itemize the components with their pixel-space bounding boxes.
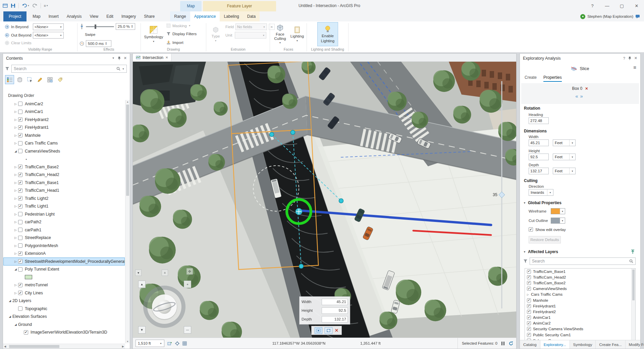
layer-row[interactable]: ▷✓ExtensionA: [3, 250, 125, 258]
delete-box-icon[interactable]: ✕: [585, 86, 588, 91]
global-properties-header[interactable]: ▼Global Properties: [523, 200, 561, 205]
ribbon-tab-imagery[interactable]: Imagery: [117, 11, 140, 21]
pane-menu-icon[interactable]: ▼: [112, 57, 115, 60]
layer-checkbox[interactable]: ✓: [527, 287, 531, 291]
resize-box-mode-button[interactable]: [325, 327, 332, 334]
affected-layer-row[interactable]: ✓Public Security Cam1: [525, 332, 635, 338]
expander-icon[interactable]: ▷: [13, 291, 18, 295]
direction-select[interactable]: Inwards▼: [529, 189, 553, 196]
affected-layer-row[interactable]: ✓FireHydrant1: [525, 303, 635, 309]
expander-icon[interactable]: ▷: [13, 134, 18, 137]
dock-tab-exploratory[interactable]: Exploratory...: [540, 340, 570, 349]
help-button[interactable]: ?: [585, 0, 600, 11]
tool-tab-create[interactable]: Create: [525, 75, 537, 82]
layer-visibility-checkbox[interactable]: ✓: [18, 204, 22, 209]
enable-lighting-button[interactable]: Enable Lighting: [317, 22, 338, 46]
in-beyond-label[interactable]: In Beyond: [11, 25, 31, 29]
look-down-button[interactable]: ▼: [138, 326, 146, 334]
affected-layer-row[interactable]: ✓Security Camera ViewSheds: [525, 326, 635, 332]
scrollbar-thumb[interactable]: [126, 105, 129, 196]
layer-row[interactable]: ▷carPath1: [3, 226, 125, 234]
pause-drawing-button[interactable]: [501, 342, 504, 345]
list-by-drawing-order-button[interactable]: [5, 75, 14, 84]
ribbon-tab-data[interactable]: Data: [243, 11, 260, 21]
scale-select[interactable]: 1,510 ft▼: [136, 340, 164, 347]
restore-defaults-button[interactable]: Restore Defaults: [529, 236, 561, 243]
height-input[interactable]: 92.5: [529, 154, 549, 160]
crosshair-icon[interactable]: [175, 341, 179, 346]
layer-visibility-checkbox[interactable]: [18, 110, 22, 114]
swipe-slider[interactable]: [86, 26, 114, 27]
layer-visibility-checkbox[interactable]: ✓: [18, 173, 22, 177]
expander-icon[interactable]: ▷: [13, 283, 18, 287]
transparency-spinner[interactable]: 25.0 %▲▼: [116, 23, 135, 30]
layer-visibility-checkbox[interactable]: ✓: [18, 125, 22, 130]
display-filters-button[interactable]: Display Filters: [166, 32, 197, 36]
affected-search-input[interactable]: [532, 259, 628, 264]
list-by-snapping-button[interactable]: [45, 75, 54, 84]
affected-layer-row[interactable]: ✓FireHydrant2: [525, 309, 635, 314]
layer-checkbox[interactable]: ✓: [527, 281, 531, 285]
expander-icon[interactable]: ▷: [13, 173, 18, 176]
project-icon[interactable]: [3, 3, 8, 8]
expander-icon[interactable]: ▷: [13, 260, 18, 263]
import-button[interactable]: Import: [166, 40, 183, 45]
group-row[interactable]: ◢Elevation Surfaces: [3, 313, 125, 321]
close-tab-icon[interactable]: ✕: [165, 56, 168, 59]
close-pane-icon[interactable]: ✕: [634, 56, 637, 60]
expander-icon[interactable]: ▷: [13, 141, 18, 145]
layer-visibility-checkbox[interactable]: ✓: [18, 188, 22, 193]
filter-icon[interactable]: [5, 67, 9, 71]
list-by-data-source-button[interactable]: [15, 75, 24, 84]
layer-row[interactable]: ▷✓Manhole: [3, 131, 125, 139]
selected-features-count[interactable]: Selected Features: 0: [462, 341, 497, 345]
affected-layer-row[interactable]: ✓TrafficCam_Base1: [525, 269, 635, 274]
overlay-height-input[interactable]: 92.5: [322, 307, 348, 314]
add-layer-icon[interactable]: [167, 341, 172, 346]
ribbon-tab-map[interactable]: Map: [29, 11, 44, 21]
polygon-swatch[interactable]: [25, 275, 32, 279]
layer-checkbox[interactable]: ✓: [527, 327, 531, 331]
ribbon-tab-labeling[interactable]: Labeling: [220, 11, 243, 21]
masking-button[interactable]: Masking▼: [166, 23, 191, 28]
width-unit-select[interactable]: Feet▼: [553, 139, 576, 146]
overlay-depth-input[interactable]: 132.17: [322, 316, 348, 323]
depth-unit-select[interactable]: Feet▼: [553, 168, 576, 174]
layer-row[interactable]: ▷✓TrafficCam_Base2: [3, 163, 125, 171]
pane-options-icon[interactable]: ≡: [633, 64, 636, 70]
list-by-labeling-button[interactable]: [55, 75, 64, 84]
heading-input[interactable]: 272.48: [529, 117, 549, 124]
ribbon-tab-view[interactable]: View: [86, 11, 102, 21]
expander-icon[interactable]: ▷: [13, 165, 18, 169]
tool-tab-properties[interactable]: Properties: [543, 75, 562, 82]
expander-icon[interactable]: ◢: [7, 299, 12, 302]
maximize-button[interactable]: ▢: [614, 0, 629, 11]
layer-row[interactable]: ▷✓FireHydrant1: [3, 124, 125, 132]
expander-icon[interactable]: ▷: [13, 213, 18, 216]
layer-row[interactable]: ▷✓Traffic Light2: [3, 194, 125, 202]
search-icon[interactable]: [629, 259, 633, 263]
expander-icon[interactable]: ▷: [13, 197, 18, 200]
layer-visibility-checkbox[interactable]: ✓: [18, 165, 22, 169]
affected-layer-row[interactable]: ✓CameraViewSheds: [525, 286, 635, 292]
ribbon-tab-project[interactable]: Project: [3, 11, 26, 21]
layer-row[interactable]: ▷✓TrafficCam_Base1: [3, 179, 125, 187]
layer-visibility-checkbox[interactable]: ✓: [18, 259, 22, 264]
navigator-globe[interactable]: [152, 294, 177, 319]
look-up-button[interactable]: ▲: [138, 281, 146, 288]
dock-tab-catalog[interactable]: Catalog: [520, 340, 540, 349]
contents-horizontal-scrollbar[interactable]: ◀▶: [3, 344, 125, 349]
layer-row[interactable]: ▷carPath2: [3, 218, 125, 226]
customize-qat-button[interactable]: ≡▾: [44, 4, 48, 8]
show-edit-overlay-checkbox[interactable]: ✓Show edit overlay: [529, 227, 566, 232]
legend-swatch-row[interactable]: [3, 273, 125, 281]
height-unit-select[interactable]: Feet▼: [553, 154, 576, 160]
cut-outline-color-picker[interactable]: ▼: [551, 218, 565, 224]
clear-limits-button[interactable]: Clear Limits: [5, 41, 32, 45]
layer-visibility-checkbox[interactable]: [18, 243, 22, 248]
refresh-button[interactable]: [508, 341, 514, 346]
affected-layer-row[interactable]: ✓TrafficCam_Head2: [525, 274, 635, 280]
ribbon-tab-range[interactable]: Range: [170, 11, 190, 21]
full-extent-icon[interactable]: ⌗: [162, 270, 168, 276]
layer-visibility-checkbox[interactable]: [18, 267, 22, 272]
